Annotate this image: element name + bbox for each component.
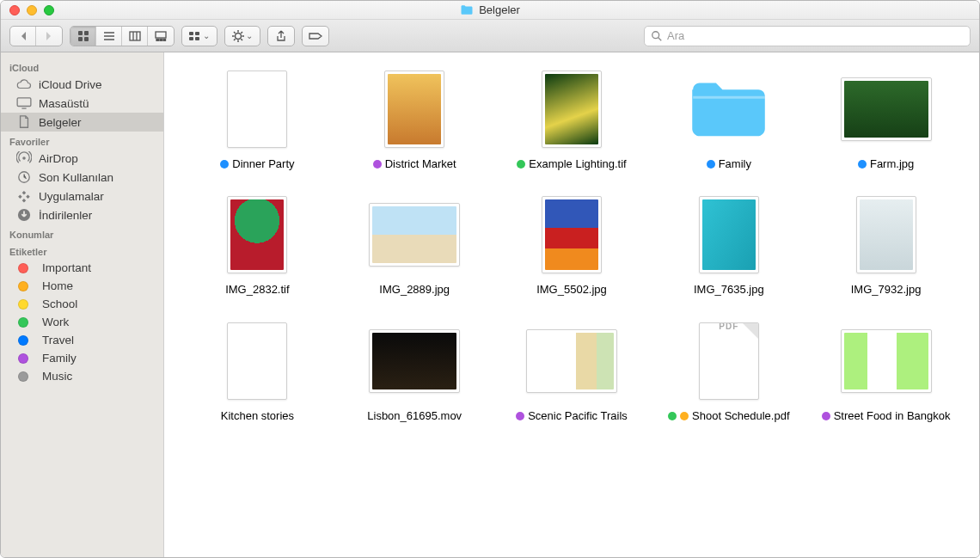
icon-view-button[interactable] bbox=[70, 27, 96, 46]
file-name-label: District Market bbox=[385, 157, 456, 171]
file-thumbnail bbox=[201, 322, 313, 401]
sidebar-item-label: İndirilenler bbox=[39, 209, 92, 222]
file-name: Farm.jpg bbox=[858, 157, 914, 171]
forward-button[interactable] bbox=[36, 27, 62, 46]
file-name-label: Scenic Pacific Trails bbox=[528, 409, 628, 423]
sidebar-item-documents[interactable]: Belgeler bbox=[1, 113, 163, 132]
svg-rect-10 bbox=[156, 32, 166, 38]
file-item-img-5502[interactable]: IMG_5502.jpg bbox=[498, 195, 646, 297]
sidebar-item-label: Important bbox=[42, 261, 91, 274]
file-item-lisbon[interactable]: Lisbon_61695.mov bbox=[340, 322, 489, 423]
file-item-family[interactable]: Family bbox=[654, 70, 803, 171]
sidebar-item-desktop[interactable]: Masaüstü bbox=[1, 94, 163, 113]
file-thumbnail bbox=[358, 70, 470, 149]
file-item-example-lighting[interactable]: Example Lighting.tif bbox=[498, 70, 646, 171]
file-name: Street Food in Bangkok bbox=[822, 409, 951, 423]
file-item-dinner-party[interactable]: Dinner Party bbox=[183, 70, 332, 171]
sidebar-item-tag-important[interactable]: Important bbox=[1, 259, 163, 277]
file-name: Lisbon_61695.mov bbox=[367, 409, 462, 423]
svg-rect-3 bbox=[84, 37, 89, 41]
sidebar-item-downloads[interactable]: İndirilenler bbox=[1, 205, 163, 224]
tag-dot-icon bbox=[18, 317, 28, 328]
titlebar: Belgeler bbox=[1, 1, 979, 20]
sidebar-item-recents[interactable]: Son Kullanılan bbox=[1, 168, 163, 187]
tag-dot-icon bbox=[516, 412, 524, 420]
file-item-farm[interactable]: Farm.jpg bbox=[812, 70, 960, 171]
group-by-button[interactable]: ⌄ bbox=[181, 26, 217, 46]
search-input[interactable] bbox=[644, 26, 971, 46]
tag-dot-icon bbox=[220, 160, 229, 169]
tags-button[interactable] bbox=[302, 26, 329, 46]
list-view-button[interactable] bbox=[96, 27, 122, 46]
toolbar: ⌄ ⌄ bbox=[1, 20, 979, 52]
file-item-street-food[interactable]: Street Food in Bangkok bbox=[812, 322, 960, 423]
file-name-label: Kitchen stories bbox=[221, 409, 294, 423]
file-item-img-7635[interactable]: IMG_7635.jpg bbox=[654, 195, 803, 297]
search-icon bbox=[651, 30, 663, 42]
sidebar-item-label: Uygulamalar bbox=[39, 190, 104, 203]
svg-line-28 bbox=[658, 37, 662, 40]
sidebar: iCloudiCloud DriveMasaüstüBelgelerFavori… bbox=[1, 52, 164, 557]
file-name: IMG_5502.jpg bbox=[536, 283, 607, 297]
close-button[interactable] bbox=[9, 5, 20, 15]
file-thumbnail bbox=[201, 70, 313, 149]
file-name-label: Dinner Party bbox=[232, 157, 294, 171]
file-item-shoot-schedule[interactable]: PDFShoot Schedule.pdf bbox=[654, 322, 803, 423]
svg-rect-7 bbox=[130, 32, 140, 40]
file-item-kitchen-stories[interactable]: Kitchen stories bbox=[183, 322, 332, 423]
sidebar-item-tag-family[interactable]: Family bbox=[1, 349, 163, 367]
file-thumbnail bbox=[201, 195, 313, 274]
file-thumbnail bbox=[516, 195, 628, 274]
action-button[interactable]: ⌄ bbox=[224, 26, 260, 46]
tag-dot-icon bbox=[707, 160, 715, 169]
file-thumbnail bbox=[673, 70, 785, 149]
column-view-button[interactable] bbox=[122, 27, 148, 46]
search-field[interactable] bbox=[644, 26, 971, 46]
svg-rect-11 bbox=[156, 39, 159, 40]
minimize-button[interactable] bbox=[27, 5, 37, 15]
tag-dot-icon bbox=[18, 371, 28, 382]
sidebar-item-icloud-drive[interactable]: iCloud Drive bbox=[1, 75, 163, 94]
sidebar-item-label: Belgeler bbox=[39, 116, 82, 129]
sidebar-item-airdrop[interactable]: AirDrop bbox=[1, 149, 163, 168]
svg-rect-17 bbox=[195, 37, 199, 40]
svg-rect-16 bbox=[195, 32, 199, 35]
svg-rect-13 bbox=[163, 39, 166, 40]
file-item-img-2889[interactable]: IMG_2889.jpg bbox=[340, 195, 489, 297]
file-thumbnail bbox=[516, 322, 628, 401]
sidebar-item-tag-travel[interactable]: Travel bbox=[1, 331, 163, 349]
sidebar-item-label: Home bbox=[42, 279, 73, 292]
file-item-img-2832[interactable]: IMG_2832.tif bbox=[183, 195, 332, 297]
sidebar-item-tag-music[interactable]: Music bbox=[1, 367, 163, 385]
sidebar-item-label: Work bbox=[42, 316, 69, 328]
airdrop-icon bbox=[16, 151, 32, 165]
back-button[interactable] bbox=[10, 27, 36, 46]
file-name-label: IMG_7932.jpg bbox=[851, 283, 922, 297]
sidebar-heading: Konumlar bbox=[1, 224, 163, 242]
tag-dot-icon bbox=[18, 281, 28, 291]
file-thumbnail bbox=[673, 195, 785, 274]
file-item-district-market[interactable]: District Market bbox=[340, 70, 489, 171]
file-name: Family bbox=[707, 157, 751, 171]
sidebar-item-tag-work[interactable]: Work bbox=[1, 313, 163, 331]
folder-icon bbox=[688, 77, 770, 142]
sidebar-item-tag-home[interactable]: Home bbox=[1, 277, 163, 295]
tag-dot-icon bbox=[858, 160, 867, 169]
zoom-button[interactable] bbox=[44, 5, 54, 15]
sidebar-item-tag-school[interactable]: School bbox=[1, 295, 163, 313]
gallery-view-button[interactable] bbox=[148, 27, 174, 46]
sidebar-item-label: iCloud Drive bbox=[39, 78, 102, 91]
file-name-label: Street Food in Bangkok bbox=[834, 409, 951, 423]
apps-icon bbox=[16, 189, 32, 203]
svg-rect-12 bbox=[160, 39, 162, 40]
file-item-scenic[interactable]: Scenic Pacific Trails bbox=[498, 322, 646, 423]
file-item-img-7932[interactable]: IMG_7932.jpg bbox=[812, 195, 960, 297]
share-button[interactable] bbox=[267, 26, 295, 46]
traffic-lights bbox=[1, 5, 54, 15]
file-name: Kitchen stories bbox=[221, 409, 294, 423]
sidebar-item-applications[interactable]: Uygulamalar bbox=[1, 187, 163, 205]
svg-point-31 bbox=[22, 156, 26, 160]
download-icon bbox=[16, 208, 32, 222]
svg-point-27 bbox=[652, 31, 659, 38]
window-title: Belgeler bbox=[1, 3, 979, 16]
